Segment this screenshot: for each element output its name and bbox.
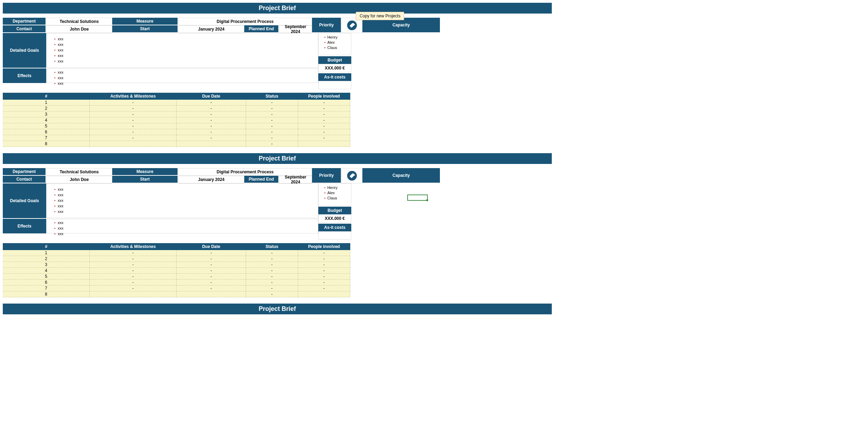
table-cell[interactable]: - [298, 117, 350, 123]
value-planned-end[interactable]: September 2024 [279, 25, 312, 33]
table-cell[interactable]: - [246, 135, 298, 141]
table-cell[interactable]: 7 [3, 286, 90, 291]
selected-cell[interactable] [407, 195, 428, 201]
table-cell[interactable]: - [246, 129, 298, 135]
table-cell[interactable]: - [90, 111, 177, 117]
table-cell[interactable]: - [177, 111, 246, 117]
table-cell[interactable]: - [177, 268, 246, 274]
table-cell[interactable]: - [298, 123, 350, 129]
table-cell[interactable]: - [298, 250, 350, 256]
value-contact[interactable]: John Doe [46, 25, 112, 33]
table-cell[interactable]: - [90, 250, 177, 256]
table-cell[interactable]: - [246, 123, 298, 129]
table-cell[interactable]: - [177, 117, 246, 123]
table-cell[interactable]: 4 [3, 268, 90, 274]
effects-body[interactable]: xxx xxx xxx [47, 68, 318, 83]
table-cell[interactable]: - [246, 100, 298, 106]
table-cell[interactable]: 3 [3, 111, 90, 117]
table-cell[interactable]: - [90, 135, 177, 141]
table-cell[interactable]: - [177, 262, 246, 268]
table-cell[interactable]: 5 [3, 274, 90, 280]
table-cell[interactable]: - [246, 262, 298, 268]
table-cell[interactable]: - [298, 274, 350, 280]
table-cell[interactable]: - [246, 111, 298, 117]
table-cell[interactable]: - [90, 268, 177, 274]
table-cell[interactable]: 8 [3, 141, 90, 147]
capacity-list[interactable]: Henry Alex Claus [318, 33, 351, 55]
value-asit-costs[interactable] [318, 231, 351, 240]
table-cell[interactable] [298, 291, 350, 297]
table-cell[interactable]: 8 [3, 291, 90, 297]
table-cell[interactable]: 5 [3, 123, 90, 129]
table-cell[interactable]: - [90, 280, 177, 286]
table-cell[interactable]: - [246, 268, 298, 274]
table-cell[interactable]: - [246, 250, 298, 256]
detailed-goals-body[interactable]: xxx xxx xxx xxx xxx [47, 33, 318, 68]
table-cell[interactable]: - [298, 262, 350, 268]
table-cell[interactable]: - [177, 135, 246, 141]
table-cell[interactable]: - [246, 286, 298, 291]
value-department[interactable]: Technical Solutions [46, 168, 112, 176]
table-cell[interactable]: - [90, 262, 177, 268]
value-asit-costs[interactable] [318, 81, 351, 89]
table-cell[interactable]: 2 [3, 256, 90, 262]
table-cell[interactable]: 4 [3, 117, 90, 123]
effects-body[interactable]: xxx xxx xxx [47, 219, 318, 233]
table-cell[interactable]: 1 [3, 100, 90, 106]
activities-table[interactable]: # Activities & Milestones Due Date Statu… [3, 93, 350, 147]
value-department[interactable]: Technical Solutions [46, 18, 112, 25]
table-cell[interactable]: - [90, 106, 177, 111]
table-cell[interactable]: - [246, 141, 298, 147]
value-contact[interactable]: John Doe [46, 176, 112, 183]
table-cell[interactable] [177, 141, 246, 147]
table-cell[interactable]: - [90, 123, 177, 129]
table-cell[interactable]: 2 [3, 106, 90, 111]
table-cell[interactable]: - [298, 129, 350, 135]
value-planned-end[interactable]: September 2024 [279, 176, 312, 183]
table-cell[interactable]: - [298, 106, 350, 111]
table-cell[interactable]: - [177, 250, 246, 256]
activities-table[interactable]: # Activities & Milestones Due Date Statu… [3, 243, 350, 297]
table-cell[interactable]: - [90, 129, 177, 135]
table-cell[interactable]: - [246, 117, 298, 123]
table-cell[interactable]: - [298, 286, 350, 291]
value-budget[interactable]: XXX.000 € [318, 64, 351, 72]
table-cell[interactable]: - [177, 280, 246, 286]
table-cell[interactable]: - [90, 256, 177, 262]
table-cell[interactable] [298, 141, 350, 147]
table-cell[interactable]: - [298, 280, 350, 286]
table-cell[interactable]: - [90, 286, 177, 291]
table-cell[interactable]: - [177, 100, 246, 106]
table-cell[interactable]: - [246, 280, 298, 286]
table-cell[interactable]: 6 [3, 129, 90, 135]
table-cell[interactable] [177, 291, 246, 297]
table-cell[interactable]: - [177, 106, 246, 111]
table-cell[interactable]: 6 [3, 280, 90, 286]
table-cell[interactable]: - [246, 106, 298, 111]
detailed-goals-body[interactable]: xxx xxx xxx xxx xxx [47, 183, 318, 218]
value-budget[interactable]: XXX.000 € [318, 214, 351, 223]
table-cell[interactable]: - [298, 256, 350, 262]
table-cell[interactable]: - [246, 291, 298, 297]
table-cell[interactable] [90, 141, 177, 147]
table-cell[interactable]: - [246, 274, 298, 280]
table-cell[interactable] [90, 291, 177, 297]
table-cell[interactable]: - [298, 100, 350, 106]
value-start[interactable]: January 2024 [178, 176, 244, 183]
table-cell[interactable]: - [298, 135, 350, 141]
table-cell[interactable]: - [90, 117, 177, 123]
table-cell[interactable]: - [298, 111, 350, 117]
table-cell[interactable]: - [177, 256, 246, 262]
table-cell[interactable]: 1 [3, 250, 90, 256]
table-cell[interactable]: - [177, 286, 246, 291]
capacity-list[interactable]: Henry Alex Claus [318, 183, 351, 206]
table-cell[interactable]: - [298, 268, 350, 274]
table-cell[interactable]: 7 [3, 135, 90, 141]
table-cell[interactable]: - [177, 129, 246, 135]
value-start[interactable]: January 2024 [178, 25, 244, 33]
table-cell[interactable]: - [177, 274, 246, 280]
table-cell[interactable]: - [246, 256, 298, 262]
table-cell[interactable]: - [90, 100, 177, 106]
table-cell[interactable]: - [90, 274, 177, 280]
table-cell[interactable]: - [177, 123, 246, 129]
